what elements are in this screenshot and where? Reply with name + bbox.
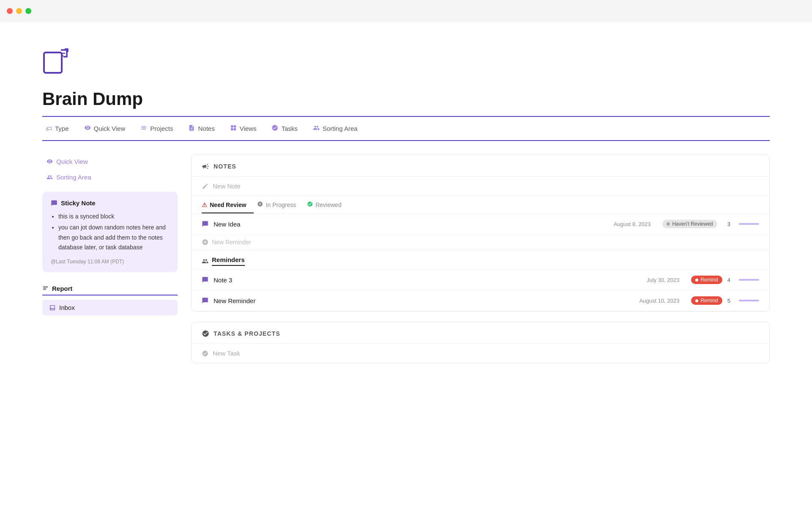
reminder-new-icon: [202, 297, 208, 304]
notes-section-header: NOTES: [192, 155, 769, 177]
note-date-new-idea: August 8, 2023: [614, 221, 650, 227]
sticky-note-body: this is a synced block you can jot down …: [51, 212, 169, 253]
sticky-note-timestamp: @Last Tuesday 11:08 AM (PDT): [51, 259, 169, 265]
inbox-icon: [49, 304, 56, 311]
reviewed-icon: [307, 201, 313, 208]
report-label: Report: [52, 285, 72, 292]
reminder-bar-note3: [739, 279, 759, 281]
reminder-bar-new: [739, 300, 759, 301]
filter-tabs: ⚠ Need Review In Progress Reviewed: [192, 196, 769, 214]
notes-section-card: NOTES New Note ⚠ Need Review: [191, 155, 770, 312]
filter-tab-need-review[interactable]: ⚠ Need Review: [202, 196, 254, 213]
tab-sorting-area[interactable]: Sorting Area: [310, 122, 370, 135]
nav-tabs: 🏷 Type Quick View Projects Notes View: [42, 117, 770, 141]
add-reminder-icon: [202, 239, 208, 246]
progress-icon: [257, 201, 263, 208]
sorting-sidebar-icon: [47, 174, 53, 180]
tab-notes[interactable]: Notes: [185, 122, 226, 135]
filter-tab-in-progress[interactable]: In Progress: [257, 196, 304, 213]
sidebar-report: Report Inbox: [42, 282, 178, 315]
remind-badge-note3: Remind: [691, 276, 722, 284]
sticky-note-title: Sticky Note: [61, 199, 96, 207]
reminder-date-new: August 10, 2023: [639, 298, 680, 304]
projects-icon: [140, 124, 147, 133]
svg-rect-0: [44, 52, 62, 73]
reminder-date-note3: July 30, 2023: [647, 277, 679, 283]
reminder-title-note3: Note 3: [214, 276, 642, 284]
eye-icon: [84, 124, 91, 133]
titlebar: [0, 0, 812, 22]
note-count-new-idea: 3: [727, 221, 730, 227]
note-row-new-idea[interactable]: New Idea August 8, 2023 Haven't Reviewed…: [192, 214, 769, 235]
note-row-bar: [739, 223, 759, 225]
badge-dot: [667, 222, 670, 226]
reminder-row-new-reminder[interactable]: New Reminder August 10, 2023 Remind 5: [192, 290, 769, 311]
new-task-row[interactable]: New Task: [192, 344, 769, 363]
new-note-label: New Note: [213, 182, 241, 190]
notes-icon: [188, 124, 195, 133]
tag-icon: 🏷: [46, 125, 52, 132]
new-reminder-label: New Reminder: [212, 239, 251, 246]
page-title: Brain Dump: [42, 89, 770, 109]
inbox-label: Inbox: [59, 304, 75, 311]
new-task-icon: [202, 350, 208, 357]
sticky-note-card: Sticky Note this is a synced block you c…: [42, 192, 178, 272]
reminder-row-note3[interactable]: Note 3 July 30, 2023 Remind 4: [192, 270, 769, 290]
alert-icon: ⚠: [202, 202, 207, 208]
note-badge-new-idea: Haven't Reviewed: [662, 220, 717, 228]
main-panel: NOTES New Note ⚠ Need Review: [191, 155, 770, 373]
remind-dot-2: [695, 299, 698, 302]
reminder-title-new: New Reminder: [214, 297, 634, 304]
views-icon: [230, 124, 237, 133]
sidebar-item-sorting-area[interactable]: Sorting Area: [42, 170, 178, 184]
maximize-button[interactable]: [25, 8, 31, 14]
notes-section-title: NOTES: [214, 163, 236, 170]
tab-tasks[interactable]: Tasks: [268, 122, 309, 135]
tasks-section-card: TASKS & PROJECTS New Task: [191, 322, 770, 363]
new-task-label: New Task: [213, 350, 240, 357]
eye-sidebar-icon: [47, 158, 53, 165]
sidebar: Quick View Sorting Area Sticky Note this…: [42, 155, 178, 373]
reminders-icon: [202, 258, 208, 265]
sticky-note-icon: [51, 200, 58, 207]
tab-type[interactable]: 🏷 Type: [42, 122, 81, 135]
sorting-icon: [313, 124, 320, 133]
tasks-section-header: TASKS & PROJECTS: [192, 322, 769, 344]
tab-views[interactable]: Views: [227, 122, 269, 135]
tasks-section-title: TASKS & PROJECTS: [214, 330, 280, 337]
sidebar-item-quick-view[interactable]: Quick View: [42, 155, 178, 168]
tab-projects[interactable]: Projects: [137, 122, 185, 135]
tasks-icon: [272, 124, 278, 133]
minimize-button[interactable]: [16, 8, 22, 14]
close-button[interactable]: [7, 8, 13, 14]
remind-dot: [695, 279, 698, 282]
reminders-header: Reminders: [192, 250, 769, 270]
remind-badge-new: Remind: [691, 296, 722, 305]
notes-header-icon: [202, 163, 209, 170]
tab-quick-view[interactable]: Quick View: [81, 122, 137, 135]
new-note-row[interactable]: New Note: [192, 177, 769, 196]
reminder-note3-icon: [202, 276, 208, 283]
new-note-icon: [202, 183, 208, 190]
report-icon: [42, 285, 49, 292]
filter-tab-reviewed[interactable]: Reviewed: [307, 196, 349, 213]
sidebar-inbox-item[interactable]: Inbox: [42, 300, 178, 315]
new-reminder-row[interactable]: New Reminder: [192, 235, 769, 250]
app-logo: [42, 47, 770, 76]
reminders-title: Reminders: [212, 256, 245, 266]
reminder-count-new: 5: [727, 298, 730, 304]
note-title-new-idea: New Idea: [214, 221, 609, 228]
tasks-header-icon: [202, 330, 209, 337]
reminder-count-note3: 4: [727, 277, 730, 283]
note-row-icon: [202, 221, 208, 227]
